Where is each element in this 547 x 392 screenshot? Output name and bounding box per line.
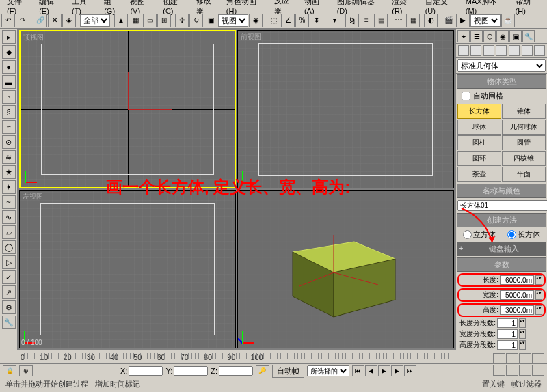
rollout-keyboard-header[interactable]: +键盘输入 [457,242,546,256]
lseg-spinner[interactable]: ▴▾ [519,318,526,328]
select-rect-button[interactable]: ▭ [143,14,157,27]
obj-sphere-button[interactable]: 球体 [457,120,501,135]
primitive-category-dropdown[interactable]: 标准几何体 [457,59,546,72]
wseg-spinner[interactable]: ▴▾ [519,329,526,339]
box-object[interactable] [272,225,402,320]
lights-icon[interactable] [483,45,494,56]
obj-cone-button[interactable]: 锥体 [502,104,546,119]
dashpot-icon[interactable]: ≈ [2,120,16,134]
arc-rotate-button[interactable] [519,365,531,376]
tab-modify[interactable]: ☰ [470,30,483,42]
method-box-radio[interactable]: 长方体 [507,229,540,240]
wseg-input[interactable] [497,329,518,339]
selection-lock-button[interactable]: 🔒 [3,365,16,376]
play-button[interactable]: ▶ [378,365,390,376]
tab-motion[interactable]: ◉ [496,30,509,42]
geometry-icon[interactable] [458,45,469,56]
rollout-namecolor-header[interactable]: 名称与颜色 [457,184,546,198]
undo-button[interactable]: ↶ [1,14,15,27]
pivot-button[interactable]: ◉ [249,14,263,27]
align-button[interactable]: ≡ [360,14,373,27]
preview-icon[interactable]: ▷ [2,255,16,269]
length-spinner[interactable]: ▴▾ [535,275,542,285]
spring-icon[interactable]: § [2,105,16,119]
menu-help[interactable]: 帮助(H) [511,0,544,16]
cameras-icon[interactable] [496,45,507,56]
quick-render-button[interactable]: ▶ [456,14,470,27]
rotate-button[interactable]: ↻ [189,14,203,27]
box-icon[interactable]: ▫ [2,90,16,104]
goto-start-button[interactable]: ⏮ [352,365,364,376]
obj-cylinder-button[interactable]: 圆柱 [457,135,501,150]
obj-torus-button[interactable]: 圆环 [457,151,501,166]
height-input[interactable] [500,305,534,315]
hseg-input[interactable] [497,340,518,350]
helpers-icon[interactable] [509,45,520,56]
layers-button[interactable]: ▤ [374,14,388,27]
analyze-icon[interactable]: ✓ [2,270,16,284]
zoom-extents-button[interactable] [519,353,531,364]
named-sel-button[interactable]: ▾ [328,14,341,27]
wind-icon[interactable]: ≋ [2,150,16,164]
softbody-icon[interactable]: ◯ [2,240,16,254]
plane-icon[interactable]: ▬ [2,75,16,89]
viewport-top[interactable]: 顶视图 [19,30,236,188]
material-button[interactable]: ◐ [424,14,438,27]
utility-icon[interactable]: 🔧 [2,316,16,329]
height-spinner[interactable]: ▴▾ [535,305,542,315]
viewport-front[interactable]: 前视图 [237,30,454,188]
cloth-icon[interactable]: ▱ [2,225,16,239]
selection-filter-dropdown[interactable]: 全部 [80,14,110,27]
export-icon[interactable]: ↗ [2,285,16,299]
select-name-button[interactable]: ▦ [129,14,142,27]
length-input[interactable] [500,275,534,285]
abs-rel-button[interactable]: ⊕ [19,365,33,376]
spinner-snap-button[interactable]: ⬍ [310,14,323,27]
bind-button[interactable]: ◈ [62,14,76,27]
fracture-icon[interactable]: ✶ [2,180,16,194]
obj-teapot-button[interactable]: 茶壶 [457,167,501,182]
lock-icon[interactable]: 🔑 [256,365,269,376]
obj-tube-button[interactable]: 圆管 [502,135,546,150]
width-spinner[interactable]: ▴▾ [535,290,542,300]
reactor-icon[interactable]: ◆ [2,45,16,59]
window-crossing-button[interactable]: ⊞ [157,14,171,27]
viewport-perspective[interactable] [237,190,454,348]
tab-hierarchy[interactable]: ⬡ [483,30,496,42]
goto-end-button[interactable]: ⏭ [404,365,416,376]
maximize-button[interactable] [532,365,544,376]
render-view-dropdown[interactable]: 视图 [470,14,501,27]
time-ruler[interactable]: 0 10 20 30 40 50 60 70 80 90 100 [0,350,547,364]
fov-button[interactable] [493,365,505,376]
autogrid-checkbox[interactable] [462,92,470,100]
shapes-icon[interactable] [470,45,481,56]
snap-button[interactable]: ⬚ [267,14,280,27]
rope-icon[interactable]: ∿ [2,210,16,224]
width-input[interactable] [500,290,534,300]
property-icon[interactable]: ⚙ [2,300,16,314]
render-scene-button[interactable]: 🎬 [442,14,455,27]
y-coord-input[interactable] [174,366,208,376]
obj-pyramid-button[interactable]: 四棱锥 [502,151,546,166]
zoom-all-button[interactable] [506,353,518,364]
water-icon[interactable]: ~ [2,195,16,209]
zoom-button[interactable] [493,353,505,364]
tab-create[interactable]: ✦ [457,30,470,42]
lseg-input[interactable] [497,318,518,328]
percent-snap-button[interactable]: % [295,14,309,27]
tab-utilities[interactable]: 🔧 [522,30,535,42]
motor-icon[interactable]: ⊙ [2,135,16,149]
pan-button[interactable] [506,365,518,376]
toy-icon[interactable]: ★ [2,165,16,179]
keyfilter-dropdown[interactable]: 所选择的 [307,365,349,376]
scale-button[interactable]: ▣ [204,14,217,27]
obj-plane-button[interactable]: 平面 [502,167,546,182]
move-button[interactable]: ✢ [175,14,189,27]
autokey-button[interactable]: 自动帧 [272,365,304,378]
obj-geosphere-button[interactable]: 几何球体 [502,120,546,135]
refcoord-dropdown[interactable]: 视图 [218,14,248,27]
zoom-extents-all-button[interactable] [532,353,544,364]
angle-snap-button[interactable]: ∠ [281,14,295,27]
method-cube-radio[interactable]: 立方体 [463,229,496,240]
tab-panel-icon[interactable]: ▸ [2,30,16,44]
